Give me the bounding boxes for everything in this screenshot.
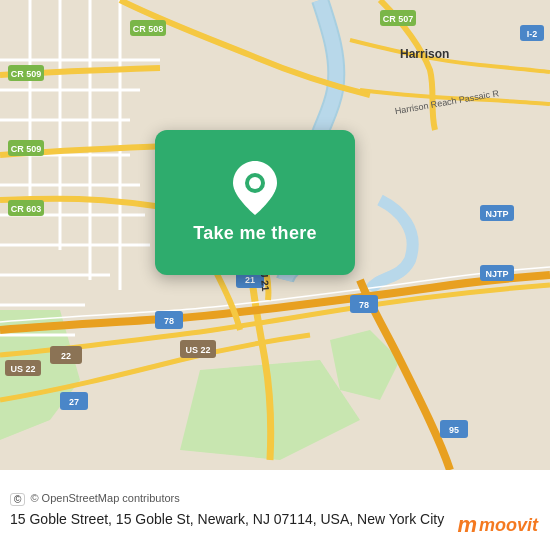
svg-text:21: 21 xyxy=(245,275,255,285)
svg-text:CR 509: CR 509 xyxy=(11,144,42,154)
svg-text:CR 603: CR 603 xyxy=(11,204,42,214)
svg-text:NJTP: NJTP xyxy=(485,209,508,219)
svg-text:CR 507: CR 507 xyxy=(383,14,414,24)
svg-point-54 xyxy=(249,177,261,189)
bottom-bar: © © OpenStreetMap contributors 15 Goble … xyxy=(0,470,550,550)
take-me-there-card[interactable]: Take me there xyxy=(155,130,355,275)
svg-text:CR 509: CR 509 xyxy=(11,69,42,79)
moovit-m-icon: m xyxy=(457,512,477,538)
svg-text:NJTP: NJTP xyxy=(485,269,508,279)
svg-text:CR 508: CR 508 xyxy=(133,24,164,34)
map-container: 21 78 78 22 US 22 27 95 NJTP NJTP CR 509… xyxy=(0,0,550,470)
svg-text:US 22: US 22 xyxy=(185,345,210,355)
moovit-logo: m moovit xyxy=(457,512,538,538)
svg-text:78: 78 xyxy=(164,316,174,326)
location-pin-icon xyxy=(233,161,277,215)
osm-logo: © xyxy=(10,493,25,506)
svg-text:27: 27 xyxy=(69,397,79,407)
osm-credit-text: © OpenStreetMap contributors xyxy=(30,492,179,504)
svg-text:22: 22 xyxy=(61,351,71,361)
svg-text:95: 95 xyxy=(449,425,459,435)
svg-text:Harrison: Harrison xyxy=(400,47,449,61)
svg-text:78: 78 xyxy=(359,300,369,310)
moovit-text: moovit xyxy=(479,515,538,536)
svg-text:I-2: I-2 xyxy=(527,29,538,39)
svg-text:US 22: US 22 xyxy=(10,364,35,374)
take-me-there-label: Take me there xyxy=(193,223,317,244)
osm-credit: © © OpenStreetMap contributors xyxy=(10,492,540,506)
